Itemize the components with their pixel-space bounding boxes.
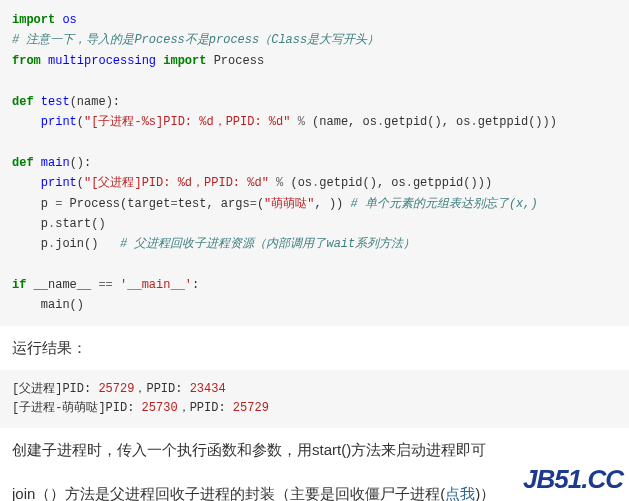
op: . [471, 115, 478, 129]
out-num: 23434 [190, 382, 226, 396]
expr: Process(target [62, 197, 170, 211]
kw-from: from [12, 54, 41, 68]
mod-mp: multiprocessing [48, 54, 156, 68]
out-text: ，PPID: [134, 382, 189, 396]
p2a: join（）方法是父进程回收子进程的封装（主要是回收僵尸子进程( [12, 485, 445, 501]
var: p [41, 197, 55, 211]
call: join() [55, 237, 98, 251]
name-dunder: __name__ [34, 278, 92, 292]
paren: ( [77, 115, 84, 129]
op-eq: == [98, 278, 112, 292]
op: . [406, 176, 413, 190]
close: , )) [314, 197, 350, 211]
cls-process: Process [214, 54, 264, 68]
expr: test, args [178, 197, 250, 211]
sp [98, 237, 120, 251]
kw-def: def [12, 156, 34, 170]
expr: (name, os [312, 115, 377, 129]
op: % [298, 115, 305, 129]
str: "萌萌哒" [264, 197, 314, 211]
colon: : [192, 278, 199, 292]
out-num: 25729 [98, 382, 134, 396]
fn-main: main [41, 156, 70, 170]
expr: getpid(), os [319, 176, 405, 190]
call: start() [55, 217, 105, 231]
expr: getpid(), os [384, 115, 470, 129]
kw-import2: import [163, 54, 206, 68]
mod-os: os [62, 13, 76, 27]
paragraph-1: 创建子进程时，传入一个执行函数和参数，用start()方法来启动进程即可 [0, 428, 629, 472]
paren: ( [77, 176, 84, 190]
str: "[子进程-%s]PID: %d，PPID: %d" [84, 115, 290, 129]
op: = [170, 197, 177, 211]
fn-print: print [41, 115, 77, 129]
args: (): [70, 156, 92, 170]
comment: # 父进程回收子进程资源（内部调用了wait系列方法） [120, 237, 415, 251]
out-num: 25729 [233, 401, 269, 415]
comment: # 单个元素的元组表达别忘了(x,) [351, 197, 538, 211]
call-main: main() [41, 298, 84, 312]
op: = [250, 197, 257, 211]
p2b: )） [475, 485, 495, 501]
fn-print: print [41, 176, 77, 190]
str: '__main__' [120, 278, 192, 292]
fn-test: test [41, 95, 70, 109]
str: "[父进程]PID: %d，PPID: %d" [84, 176, 269, 190]
expr: getppid())) [413, 176, 492, 190]
comment: # 注意一下，导入的是Process不是process（Class是大写开头） [12, 33, 379, 47]
link-dianwo[interactable]: 点我 [445, 485, 475, 501]
args: (name): [70, 95, 120, 109]
expr: (os [290, 176, 312, 190]
op: % [276, 176, 283, 190]
var: p [41, 237, 48, 251]
code-block: import os # 注意一下，导入的是Process不是process（Cl… [0, 0, 629, 326]
paren: ( [257, 197, 264, 211]
kw-def: def [12, 95, 34, 109]
expr: getppid())) [478, 115, 557, 129]
out-text: ，PPID: [178, 401, 233, 415]
result-heading: 运行结果： [0, 326, 629, 370]
paragraph-2: join（）方法是父进程回收子进程的封装（主要是回收僵尸子进程(点我)） [0, 472, 629, 501]
op: . [377, 115, 384, 129]
out-text: [父进程]PID: [12, 382, 98, 396]
var: p [41, 217, 48, 231]
kw-import: import [12, 13, 55, 27]
out-num: 25730 [142, 401, 178, 415]
output-block: [父进程]PID: 25729，PPID: 23434 [子进程-萌萌哒]PID… [0, 370, 629, 428]
kw-if: if [12, 278, 26, 292]
out-text: [子进程-萌萌哒]PID: [12, 401, 142, 415]
